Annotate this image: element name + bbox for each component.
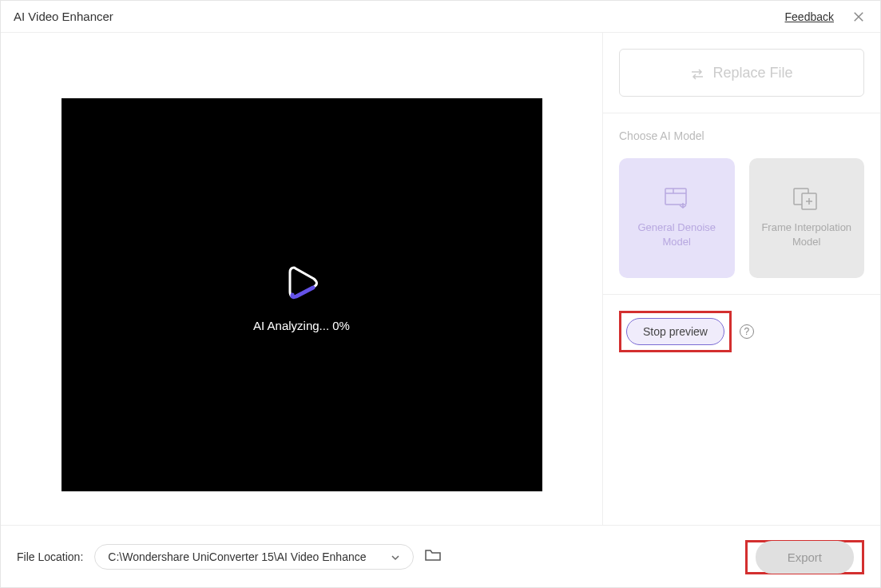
analyzing-status: AI Analyzing... 0%: [253, 319, 350, 332]
folder-icon[interactable]: [425, 549, 441, 565]
titlebar: AI Video Enhancer Feedback: [1, 1, 880, 33]
model-card-interpolation[interactable]: Frame Interpolation Model: [749, 158, 865, 278]
model-name: General Denoise Model: [619, 220, 735, 249]
preview-section: Stop preview ?: [603, 294, 880, 368]
model-card-denoise[interactable]: General Denoise Model: [619, 158, 735, 278]
file-path-value: C:\Wondershare UniConverter 15\AI Video …: [108, 550, 366, 563]
help-icon[interactable]: ?: [740, 324, 754, 339]
model-name: Frame Interpolation Model: [749, 220, 865, 249]
play-logo-icon: [278, 258, 326, 306]
replace-file-label: Replace File: [712, 65, 792, 81]
footer-right: Export: [745, 541, 864, 574]
interpolation-icon: [792, 187, 821, 211]
footer-left: File Location: C:\Wondershare UniConvert…: [17, 544, 441, 570]
highlight-annotation: Stop preview: [619, 311, 732, 352]
footer: File Location: C:\Wondershare UniConvert…: [1, 525, 880, 588]
svg-rect-2: [665, 189, 686, 205]
main-content: AI Analyzing... 0% Replace File Choose A…: [1, 33, 880, 525]
export-button[interactable]: Export: [756, 541, 854, 574]
close-icon[interactable]: [850, 8, 867, 26]
model-section-label: Choose AI Model: [619, 129, 864, 142]
highlight-annotation: Export: [745, 540, 864, 574]
replace-section: Replace File: [603, 33, 880, 113]
feedback-link[interactable]: Feedback: [785, 10, 834, 23]
titlebar-actions: Feedback: [785, 8, 867, 26]
model-grid: General Denoise Model Frame Interpolatio…: [619, 158, 864, 278]
model-section: Choose AI Model General Denoise Model: [603, 113, 880, 294]
video-area: AI Analyzing... 0%: [1, 33, 602, 525]
sidebar: Replace File Choose AI Model General D: [602, 33, 880, 525]
denoise-icon: [662, 187, 691, 211]
replace-file-button[interactable]: Replace File: [619, 49, 864, 97]
swap-icon: [690, 67, 704, 78]
file-location-label: File Location:: [17, 550, 83, 563]
video-preview: AI Analyzing... 0%: [62, 98, 542, 491]
chevron-down-icon: [391, 550, 400, 563]
app-title: AI Video Enhancer: [14, 10, 113, 23]
file-path-select[interactable]: C:\Wondershare UniConverter 15\AI Video …: [94, 544, 414, 570]
stop-preview-button[interactable]: Stop preview: [626, 318, 724, 345]
